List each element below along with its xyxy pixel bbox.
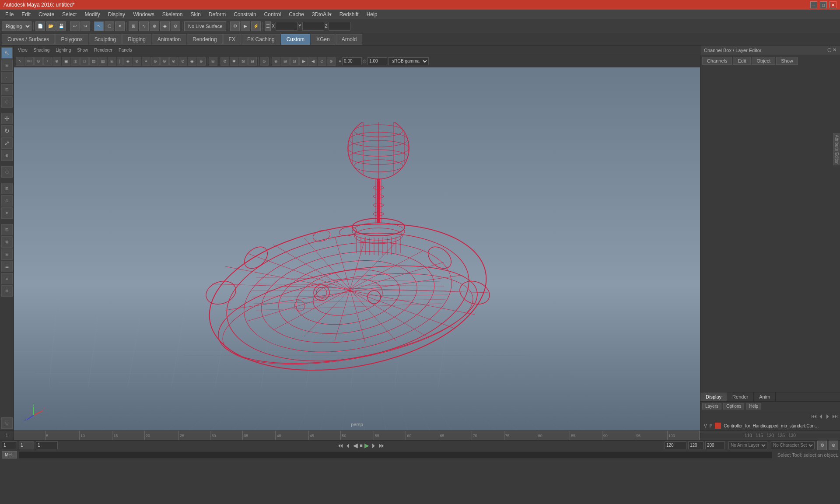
vp-toolbar-btn-33[interactable]: ⊙ [318,57,326,66]
snap-surface-button[interactable]: ⊙ [171,21,180,31]
menu-constrain[interactable]: Constrain [230,10,259,18]
menu-select[interactable]: Select [59,10,80,18]
display-settings-4[interactable]: ☰ [1,261,13,272]
rotate-tool-button[interactable]: ↻ [1,125,13,136]
gamma-dropdown[interactable]: sRGB gamma [388,57,429,65]
vp-toolbar-btn-3[interactable]: ⊙ [34,57,43,66]
vp-toolbar-btn-16[interactable]: ⊜ [151,57,160,66]
vp-toolbar-btn-10[interactable]: ▧ [98,57,107,66]
skip-to-end-button[interactable]: ⏭ [379,442,385,449]
play-forward-button[interactable]: ▶ [364,442,369,449]
viewport-canvas[interactable]: persp X Y Z [14,67,700,430]
layer-tab-render[interactable]: Render [727,392,754,401]
play-back-button[interactable]: ◀ [353,442,358,449]
vp-toolbar-btn-1[interactable]: ↖ [16,57,24,66]
select-tool-button[interactable]: ↖ [94,21,104,31]
display-settings-5[interactable]: ≡ [1,273,13,284]
layer-nav-prev[interactable]: ⏴ [818,413,824,420]
minimize-button[interactable]: ─ [810,1,817,8]
snap-point-button[interactable]: ⊕ [150,21,159,31]
tab-custom[interactable]: Custom [281,34,310,45]
menu-modify[interactable]: Modify [81,10,103,18]
vp-toolbar-btn-30[interactable]: ⊡ [290,57,299,66]
menu-windows[interactable]: Windows [130,10,158,18]
soft-select-button[interactable]: ◌ [1,166,13,178]
close-button[interactable]: ✕ [830,1,836,8]
scale-tool-button[interactable]: ⤢ [1,137,13,149]
object-tab[interactable]: Object [752,57,775,65]
panel-float-button[interactable]: ⬡ [827,47,832,53]
playback-settings-button[interactable]: ⊙ [829,441,838,450]
render-settings-button[interactable]: ⚙ [230,21,240,31]
menu-file[interactable]: File [2,10,17,18]
vertex-select-button[interactable]: · [1,72,13,83]
display-settings-3[interactable]: ⊞ [1,248,13,260]
vp-toolbar-btn-9[interactable]: ▤ [89,57,98,66]
display-settings-1[interactable]: ⊟ [1,224,13,235]
vp-toolbar-btn-6[interactable]: ▣ [62,57,70,66]
current-frame-field[interactable] [19,441,34,449]
ipr-render-button[interactable]: ⚡ [251,21,261,31]
menu-deform[interactable]: Deform [205,10,229,18]
vp-toolbar-btn-29[interactable]: ⊞ [281,57,290,66]
show-tab[interactable]: Show [776,57,798,65]
vp-toolbar-btn-25[interactable]: ⊠ [239,57,248,66]
move-tool-button[interactable]: ✛ [1,113,13,124]
new-scene-button[interactable]: 📄 [35,21,45,31]
universal-manip-button[interactable]: ⊕ [1,150,13,161]
z-field[interactable] [329,22,350,31]
edit-tab[interactable]: Edit [733,57,751,65]
tab-polygons[interactable]: Polygons [55,34,88,45]
tab-animation[interactable]: Animation [152,34,186,45]
layer-nav-last[interactable]: ⏭ [832,413,838,420]
vp-toolbar-btn-5[interactable]: ⊕ [52,57,61,66]
vp-toolbar-btn-24[interactable]: ✱ [230,57,238,66]
mel-label[interactable]: MEL [2,451,17,458]
menu-display[interactable]: Display [105,10,129,18]
vp-toolbar-btn-17[interactable]: ⊝ [160,57,169,66]
tab-arnold[interactable]: Arnold [336,34,363,45]
vp-toolbar-btn-18[interactable]: ⊗ [169,57,178,66]
menu-cache[interactable]: Cache [285,10,308,18]
maximize-button[interactable]: □ [820,1,827,8]
undo-button[interactable]: ↩ [70,21,80,31]
snap-view-button[interactable]: ◈ [160,21,170,31]
tab-fx[interactable]: FX [223,34,241,45]
tab-rigging[interactable]: Rigging [122,34,151,45]
vp-toolbar-btn-15[interactable]: ✦ [142,57,150,66]
playback-inner-start[interactable] [36,441,58,449]
vp-toolbar-btn-27[interactable]: ⊙ [260,57,269,66]
options-sub-btn[interactable]: Options [723,403,744,410]
character-set-dropdown[interactable]: No Character Set [771,441,815,449]
vp-toolbar-btn-4[interactable]: ✧ [43,57,52,66]
hierarchy-select-button[interactable]: ⊞ [1,60,13,71]
step-forward-button[interactable]: ⏵ [371,442,377,449]
layer-item[interactable]: V P Controller_for_Handicapped_mb_standa… [700,421,840,430]
mode-dropdown[interactable]: Rigging [2,21,32,31]
layer-nav-next[interactable]: ⏵ [825,413,831,420]
stop-button[interactable]: ■ [360,443,363,448]
vp-toolbar-btn-2[interactable]: ⊞⊟ [25,57,34,66]
move-skinned-joint-button[interactable]: ⊙ [1,195,13,206]
show-manip-tool-button[interactable]: ⊞ [1,183,13,194]
viewport-menu-view[interactable]: View [16,47,30,53]
no-live-surface-button[interactable]: No Live Surface [184,21,226,31]
mel-input[interactable] [19,451,772,459]
menu-control[interactable]: Control [261,10,285,18]
menu-help[interactable]: Help [363,10,381,18]
vp-toolbar-btn-21[interactable]: ⊕ [197,57,206,66]
panel-close-button[interactable]: ✕ [833,47,836,53]
display-settings-2[interactable]: ⊠ [1,236,13,248]
vp-toolbar-btn-13[interactable]: ◈ [123,57,132,66]
open-scene-button[interactable]: 📂 [46,21,56,31]
viewport-menu-panels[interactable]: Panels [116,47,134,53]
x-field[interactable] [276,22,298,31]
menu-redshift[interactable]: Redshift [336,10,362,18]
viewport-menu-lighting[interactable]: Lighting [53,47,73,53]
vp-toolbar-btn-31[interactable]: ▶ [299,57,308,66]
display-settings-6[interactable]: ⊜ [1,285,13,297]
render-button[interactable]: ▶ [241,21,250,31]
viewport-menu-shading[interactable]: Shading [32,47,52,53]
layer-nav-first[interactable]: ⏮ [811,413,817,420]
y-field[interactable] [302,22,324,31]
